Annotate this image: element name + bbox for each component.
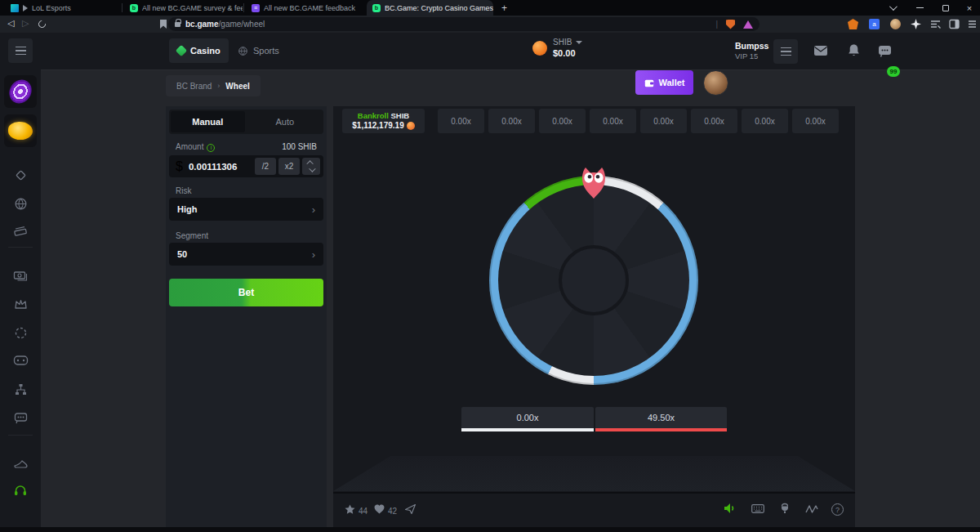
avatar-extension-icon[interactable] <box>890 19 901 29</box>
window-minimize-button[interactable] <box>909 0 930 16</box>
history-multiplier: 0.00x <box>488 109 535 133</box>
sports-ball-icon <box>238 46 248 56</box>
browser-tab-survey[interactable]: b All new BC.GAME survey & feedback r <box>124 0 243 16</box>
favorite-star-icon[interactable] <box>345 504 355 515</box>
bankroll-label: Bankroll <box>358 111 389 120</box>
history-multiplier: 0.00x <box>640 109 687 133</box>
live-stats-icon[interactable] <box>805 505 818 513</box>
risk-select[interactable]: High › <box>169 198 323 221</box>
browser-tab-feedback[interactable]: ≡ All new BC.GAME feedback <box>246 0 364 16</box>
bc-favicon: b <box>130 4 138 12</box>
translate-extension-icon[interactable]: a <box>869 19 880 29</box>
info-icon[interactable]: i <box>207 144 215 152</box>
bet-button[interactable]: Bet <box>169 279 323 306</box>
url-host: bc.game <box>185 20 219 29</box>
back-button[interactable]: ◁ <box>7 18 14 29</box>
sidebar-item-cashier[interactable] <box>11 266 30 285</box>
amount-label-row: Amounti 100 SHIB <box>176 142 317 152</box>
balance-selector[interactable]: SHIB $0.00 <box>532 37 582 59</box>
dartboard-icon <box>8 77 33 105</box>
feedback-favicon: ≡ <box>252 4 260 12</box>
sidebar-collapse-button[interactable] <box>8 38 33 63</box>
window-close-button[interactable]: × <box>959 0 980 16</box>
quick-menu-button[interactable] <box>773 39 798 64</box>
sidebar-item-games[interactable] <box>11 351 30 370</box>
wallet-button[interactable]: Wallet <box>635 70 693 95</box>
history-multiplier: 0.00x <box>792 109 839 133</box>
lock-icon[interactable] <box>175 22 180 27</box>
help-icon[interactable]: ? <box>831 503 844 516</box>
double-button[interactable]: x2 <box>278 158 300 175</box>
window-menu-button[interactable] <box>881 0 902 16</box>
tab-title: LoL Esports <box>32 4 71 12</box>
sidebar-item-bets[interactable] <box>11 221 30 241</box>
sidebar-panel-icon[interactable] <box>949 19 960 29</box>
browser-tab-bcgame-active[interactable]: b BC.Game: Crypto Casino Games & × <box>367 0 493 16</box>
nav-casino-button[interactable]: Casino <box>169 38 229 63</box>
star-extension-icon[interactable] <box>911 19 921 29</box>
username: Bumpss <box>735 40 768 51</box>
new-tab-button[interactable]: + <box>496 0 512 16</box>
chat-icon[interactable] <box>878 45 892 57</box>
tab-auto[interactable]: Auto <box>248 111 323 132</box>
breadcrumb-parent[interactable]: BC Brand <box>176 82 212 91</box>
breadcrumb: BC Brand › Wheel <box>166 75 261 96</box>
amount-input[interactable]: $ 0.00111306 /2 x2 <box>169 155 323 177</box>
bookmark-icon[interactable] <box>160 20 167 29</box>
sidebar-item-sneakers[interactable] <box>11 454 30 473</box>
site-header: Casino Sports SHIB $0.00 Wallet Bumpss V… <box>41 33 980 70</box>
hotkeys-keyboard-icon[interactable] <box>751 504 764 513</box>
wheel-inner-segments <box>498 185 689 376</box>
seed-fairness-icon[interactable] <box>780 503 790 514</box>
history-multiplier: 0.00x <box>691 109 737 133</box>
chevron-down-icon <box>889 2 897 11</box>
bet-panel: Manual Auto Amounti 100 SHIB $ 0.0011130… <box>166 106 327 527</box>
nav-sports-button[interactable]: Sports <box>229 38 287 63</box>
tab-manual[interactable]: Manual <box>171 111 245 132</box>
like-heart-icon[interactable] <box>374 504 385 514</box>
browser-menu-icon[interactable] <box>967 19 978 29</box>
promo-gold-tile[interactable] <box>4 114 37 147</box>
favorite-count: 44 <box>359 507 368 516</box>
browser-tab-lol[interactable]: LoL Esports <box>5 0 121 16</box>
user-avatar[interactable] <box>703 70 728 96</box>
playlist-icon[interactable] <box>930 19 941 29</box>
metamask-extension-icon[interactable] <box>848 19 858 29</box>
address-bar[interactable]: bc.game /game/wheel | <box>168 17 760 31</box>
user-info[interactable]: Bumpss VIP 15 <box>735 40 768 62</box>
amount-stepper[interactable] <box>302 158 320 175</box>
sidebar-item-forum[interactable] <box>11 408 30 427</box>
amount-value[interactable]: 0.00111306 <box>189 162 252 172</box>
tab-title: All new BC.GAME feedback <box>264 4 355 12</box>
minimize-icon <box>916 7 924 9</box>
muted-speaker-icon <box>23 5 28 11</box>
share-plane-icon[interactable] <box>405 504 416 514</box>
mail-icon[interactable] <box>813 45 828 56</box>
bell-icon[interactable] <box>848 43 860 57</box>
gold-coins-icon <box>8 122 33 140</box>
url-path: /game/wheel <box>219 20 265 29</box>
sidebar-item-sports[interactable] <box>11 194 30 213</box>
restore-icon <box>942 5 949 11</box>
amount-max: 100 SHIB <box>282 142 317 152</box>
window-restore-button[interactable] <box>935 0 956 16</box>
like-count: 42 <box>388 507 397 516</box>
segment-select[interactable]: 50 › <box>169 243 323 266</box>
half-button[interactable]: /2 <box>255 158 276 175</box>
sound-toggle-icon[interactable] <box>724 503 736 514</box>
promo-spin-tile[interactable] <box>4 75 37 108</box>
lol-favicon <box>11 4 19 12</box>
sidebar-item-vip[interactable] <box>11 294 30 314</box>
password-shield-icon[interactable] <box>726 20 735 29</box>
sidebar-item-casino[interactable] <box>11 165 30 185</box>
warning-triangle-icon[interactable] <box>743 20 753 29</box>
amount-label: Amounti <box>176 142 215 152</box>
step-down-icon[interactable] <box>309 165 315 172</box>
reload-button[interactable] <box>37 19 47 29</box>
forward-button[interactable]: ▷ <box>22 18 29 29</box>
casino-diamond-icon <box>176 45 187 56</box>
sidebar-item-support[interactable] <box>11 481 30 500</box>
sidebar-item-affiliate[interactable] <box>11 379 30 399</box>
sidebar-item-bonus[interactable] <box>11 323 30 342</box>
bankroll-currency: SHIB <box>390 111 409 120</box>
